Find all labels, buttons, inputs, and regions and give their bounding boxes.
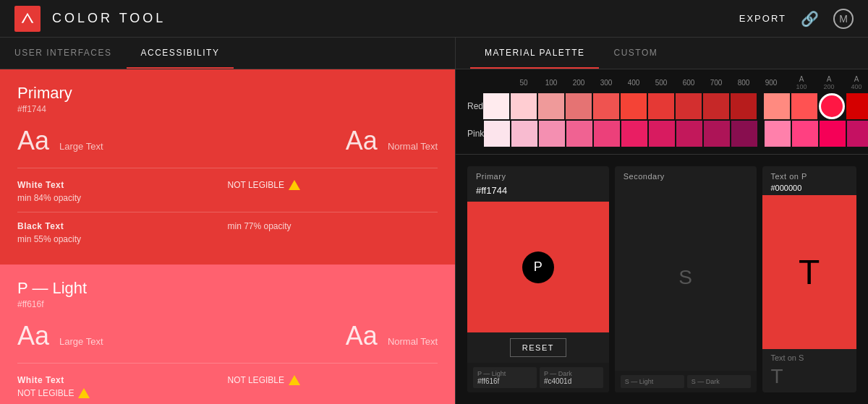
- p-light-chip-hex: #ff616f: [477, 377, 532, 385]
- black-text-value: min 55% opacity: [17, 234, 228, 244]
- red-a100[interactable]: [764, 93, 790, 119]
- pal-num-400: 400: [621, 79, 647, 87]
- tab-user-interfaces[interactable]: USER INTERFACES: [0, 38, 127, 69]
- secondary-card-body: S: [615, 184, 757, 371]
- p-dark-chip: P — Dark #c4001d: [540, 367, 603, 388]
- palette-numbers: 50 100 200 300 400 500 600 700 800 900: [511, 79, 784, 87]
- a100-header: A 100: [788, 75, 814, 90]
- normal-white-item-light: NOT LEGIBLE: [228, 375, 438, 398]
- red-900[interactable]: [731, 93, 757, 119]
- text-on-p-card: Text on P #000000 T Text on S T: [762, 166, 857, 392]
- tab-bar: USER INTERFACES ACCESSIBILITY MATERIAL P…: [0, 38, 868, 69]
- primary-card-footer: P — Light #ff616f P — Dark #c4001d: [467, 363, 609, 392]
- pink-400[interactable]: [594, 121, 620, 147]
- primary-avatar-letter: P: [534, 259, 542, 275]
- p-light-chip: P — Light #ff616f: [473, 367, 537, 388]
- pal-num-900: 900: [758, 79, 784, 87]
- pink-700[interactable]: [676, 121, 702, 147]
- red-500[interactable]: [621, 93, 647, 119]
- s-dark-chip: S — Dark: [687, 375, 751, 388]
- red-a700[interactable]: [846, 93, 868, 119]
- primary-card-title: Primary: [467, 166, 609, 184]
- secondary-card-footer: S — Light S — Dark: [615, 371, 757, 392]
- large-text-label-light: Large Text: [59, 336, 103, 347]
- pink-800[interactable]: [704, 121, 730, 147]
- tab-custom[interactable]: CUSTOM: [599, 38, 672, 69]
- text-on-p-body: T: [762, 195, 857, 349]
- material-icon: [20, 12, 35, 26]
- tab-material-palette[interactable]: MATERIAL PALETTE: [470, 38, 599, 69]
- red-700[interactable]: [676, 93, 702, 119]
- pink-100[interactable]: [511, 121, 537, 147]
- pal-num-100: 100: [538, 79, 564, 87]
- red-600[interactable]: [648, 93, 674, 119]
- main-content: Primary #ff1744 Aa Large Text Aa Normal …: [0, 69, 868, 404]
- pink-600[interactable]: [649, 121, 675, 147]
- account-icon[interactable]: M: [833, 9, 854, 29]
- pink-900[interactable]: [731, 121, 757, 147]
- right-panel: 50 100 200 300 400 500 600 700 800 900 A…: [456, 69, 868, 404]
- pink-a400[interactable]: [820, 121, 846, 147]
- p-dark-chip-label: P — Dark: [544, 370, 599, 377]
- reset-button[interactable]: RESET: [510, 338, 566, 357]
- large-text-demo-light: Aa Large Text: [17, 321, 103, 351]
- text-on-p-hex: #000000: [762, 184, 857, 195]
- primary-title: Primary: [17, 84, 438, 103]
- normal-text-demo-light: Aa Normal Text: [346, 321, 438, 351]
- link-icon[interactable]: 🔗: [801, 10, 819, 27]
- large-text-aa-light: Aa: [17, 321, 49, 351]
- tab-accessibility[interactable]: ACCESSIBILITY: [127, 38, 234, 69]
- pink-a200[interactable]: [792, 121, 818, 147]
- red-100[interactable]: [511, 93, 537, 119]
- t-bottom-letter: T: [771, 365, 848, 388]
- normal-black-value: min 77% opacity: [228, 221, 438, 231]
- red-50[interactable]: [483, 93, 509, 119]
- large-text-demo: Aa Large Text: [17, 126, 103, 156]
- header: COLOR TOOL EXPORT 🔗 M: [0, 0, 868, 38]
- a400-header: A 400: [843, 75, 868, 90]
- pink-500[interactable]: [621, 121, 647, 147]
- red-800[interactable]: [703, 93, 729, 119]
- left-tabs: USER INTERFACES ACCESSIBILITY: [0, 38, 456, 69]
- pink-a700[interactable]: [847, 121, 868, 147]
- normal-text-aa-light: Aa: [346, 321, 378, 351]
- pink-300[interactable]: [566, 121, 592, 147]
- primary-section: Primary #ff1744 Aa Large Text Aa Normal …: [0, 69, 455, 265]
- red-200[interactable]: [538, 93, 564, 119]
- text-on-p-title: Text on P: [762, 166, 857, 184]
- normal-text-demo: Aa Normal Text: [346, 126, 438, 156]
- large-text-label: Large Text: [59, 141, 103, 152]
- p-light-hex: #ff616f: [17, 299, 438, 309]
- black-text-row: Black Text min 55% opacity min 77% opaci…: [17, 221, 438, 244]
- pal-num-600: 600: [676, 79, 702, 87]
- not-legible-row: NOT LEGIBLE: [228, 180, 438, 190]
- secondary-card: Secondary S S — Light S — Dark: [615, 166, 757, 392]
- accessibility-panel: Primary #ff1744 Aa Large Text Aa Normal …: [0, 69, 456, 404]
- primary-card: Primary #ff1744 P RESET P — Light #ff616…: [467, 166, 609, 392]
- s-dark-chip-label: S — Dark: [692, 378, 746, 385]
- not-legible-normal-text-light: NOT LEGIBLE: [228, 375, 284, 385]
- red-400[interactable]: [593, 93, 619, 119]
- white-text-item: White Text min 84% opacity: [17, 180, 228, 203]
- red-a400[interactable]: [819, 93, 845, 119]
- pink-50[interactable]: [484, 121, 510, 147]
- p-light-chip-label: P — Light: [477, 370, 532, 377]
- pink-palette-row: Pink: [467, 121, 856, 147]
- black-text-label: Black Text: [17, 221, 228, 231]
- red-swatches: [483, 93, 868, 119]
- p-dark-chip-hex: #c4001d: [544, 377, 599, 385]
- pink-a100[interactable]: [765, 121, 791, 147]
- red-a200[interactable]: [791, 93, 817, 119]
- primary-card-hex: #ff1744: [467, 184, 609, 202]
- white-text-value: min 84% opacity: [17, 193, 228, 203]
- normal-black-item: min 77% opacity: [228, 221, 438, 244]
- normal-text-aa: Aa: [346, 126, 378, 156]
- pal-num-800: 800: [731, 79, 757, 87]
- pink-200[interactable]: [539, 121, 565, 147]
- right-tabs: MATERIAL PALETTE CUSTOM: [456, 38, 868, 69]
- app-logo: [14, 6, 41, 32]
- palette-header: 50 100 200 300 400 500 600 700 800 900 A…: [511, 75, 856, 90]
- a-headers: A 100 A 200 A 400 A 700: [788, 75, 868, 90]
- export-button[interactable]: EXPORT: [739, 13, 786, 24]
- red-300[interactable]: [566, 93, 592, 119]
